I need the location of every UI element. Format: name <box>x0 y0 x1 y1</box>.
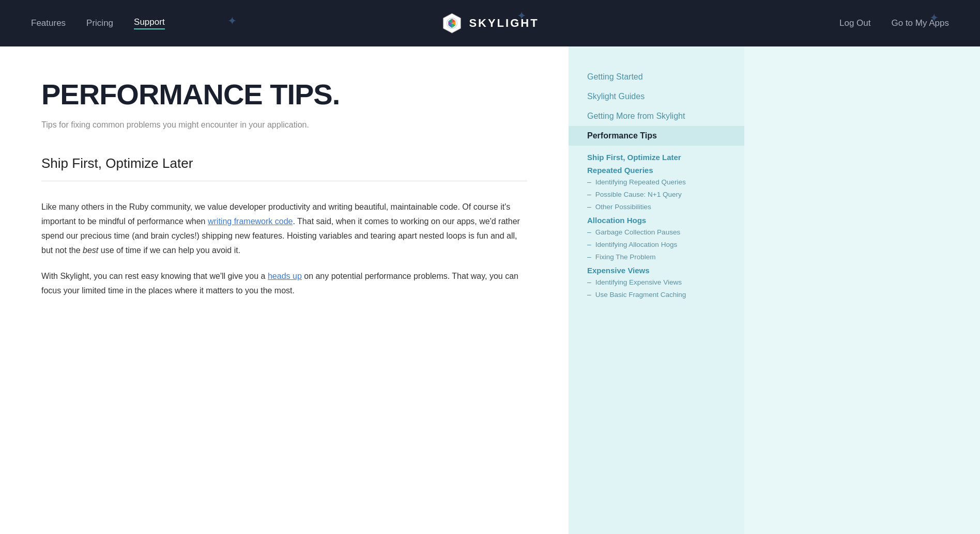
sidebar-item-skylight-guides[interactable]: Skylight Guides <box>569 87 744 106</box>
nav-logo[interactable]: SKYLIGHT <box>441 12 539 34</box>
nav-pricing[interactable]: Pricing <box>86 18 113 28</box>
sidebar-sub-heading-repeated-queries[interactable]: Repeated Queries <box>587 163 726 176</box>
sidebar-item-getting-more[interactable]: Getting More from Skylight <box>569 106 744 126</box>
heads-up-link[interactable]: heads up <box>268 272 302 280</box>
sidebar-sub-item-other-possibilities[interactable]: – Other Possibilities <box>587 200 726 213</box>
writing-framework-code-link[interactable]: writing framework code <box>208 217 293 226</box>
sparkle-decoration-3: ✦ <box>929 11 939 25</box>
sidebar-sub-heading-allocation-hogs[interactable]: Allocation Hogs <box>587 213 726 226</box>
sidebar-sub-item-fixing-problem[interactable]: – Fixing The Problem <box>587 250 726 263</box>
body-paragraph-2: With Skylight, you can rest easy knowing… <box>41 269 527 298</box>
sidebar-sub-heading-ship-first[interactable]: Ship First, Optimize Later <box>587 150 726 163</box>
body-paragraph-1: Like many others in the Ruby community, … <box>41 200 527 258</box>
sidebar-sub-item-fragment-caching[interactable]: – Use Basic Fragment Caching <box>587 288 726 301</box>
nav-logout[interactable]: Log Out <box>839 18 871 28</box>
sidebar-sub-item-identifying-expensive[interactable]: – Identifying Expensive Views <box>587 276 726 288</box>
sidebar-item-performance-tips[interactable]: Performance Tips <box>569 126 744 146</box>
section-heading-ship-first: Ship First, Optimize Later <box>41 155 527 171</box>
sidebar-sub-item-gc-pauses[interactable]: – Garbage Collection Pauses <box>587 226 726 238</box>
content-area: PERFORMANCE TIPS. Tips for fixing common… <box>0 46 569 534</box>
sidebar-sub-heading-expensive-views[interactable]: Expensive Views <box>587 263 726 276</box>
logo-text: SKYLIGHT <box>469 17 539 30</box>
page-title: PERFORMANCE TIPS. <box>41 77 527 111</box>
section-divider <box>41 181 527 181</box>
sidebar-item-getting-started[interactable]: Getting Started <box>569 67 744 87</box>
skylight-logo-icon <box>441 12 463 34</box>
nav-left: Features Pricing Support <box>31 17 165 29</box>
navbar: ✦ ✦ ✦ Features Pricing Support SKYLIGHT … <box>0 0 980 46</box>
sidebar-subsection: Ship First, Optimize Later Repeated Quer… <box>569 146 744 303</box>
nav-features[interactable]: Features <box>31 18 66 28</box>
sidebar-sub-item-identifying-allocation[interactable]: – Identifying Allocation Hogs <box>587 238 726 250</box>
nav-support[interactable]: Support <box>134 17 165 29</box>
sidebar-sub-item-identifying-repeated[interactable]: – Identifying Repeated Queries <box>587 176 726 188</box>
nav-go-to-my-apps[interactable]: Go to My Apps <box>892 18 950 28</box>
sidebar-sub-item-possible-cause[interactable]: – Possible Cause: N+1 Query <box>587 188 726 200</box>
page-wrapper: PERFORMANCE TIPS. Tips for fixing common… <box>0 46 980 534</box>
sparkle-decoration-1: ✦ <box>227 14 237 28</box>
page-subtitle: Tips for fixing common problems you migh… <box>41 120 527 130</box>
sidebar: Getting Started Skylight Guides Getting … <box>569 46 744 534</box>
